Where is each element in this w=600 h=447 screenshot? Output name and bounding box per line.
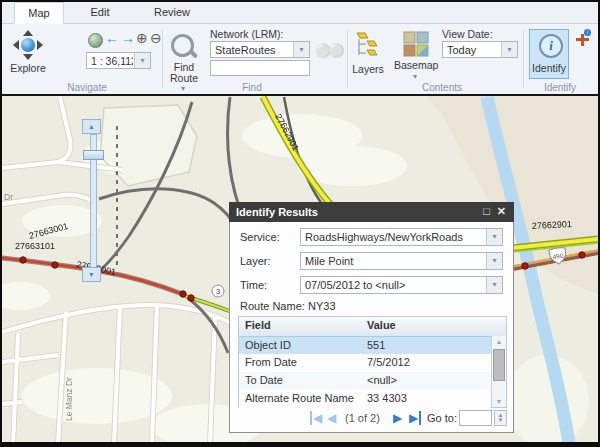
- chevron-down-icon: ▾: [486, 277, 502, 293]
- explore-arrow-left-icon: [13, 40, 19, 50]
- spinner-down-icon[interactable]: ▼: [495, 417, 506, 424]
- table-row[interactable]: To Date <null>: [239, 372, 491, 391]
- identify-route-location-icon[interactable]: i: [575, 31, 591, 47]
- group-label-contents: Contents: [387, 82, 497, 93]
- last-page-button[interactable]: ▶: [409, 411, 421, 425]
- info-badge-icon: i: [584, 29, 591, 36]
- chevron-down-icon: ▾: [413, 72, 417, 81]
- service-combobox[interactable]: RoadsHighways/NewYorkRoads ▾: [300, 228, 503, 246]
- view-date-combobox[interactable]: Today ▾: [442, 41, 518, 58]
- identify-button[interactable]: i Identify: [529, 29, 569, 79]
- network-value: StateRoutes: [215, 44, 292, 56]
- cell-value: 551: [367, 339, 385, 351]
- cell-value: 7/5/2012: [367, 356, 410, 368]
- cell-field: Object ID: [245, 339, 291, 351]
- explore-arrow-up-icon: [23, 30, 33, 36]
- chevron-down-icon: ▾: [486, 229, 502, 245]
- find-route-button[interactable]: Find Route ▾: [168, 32, 200, 84]
- network-combobox[interactable]: StateRoutes ▾: [210, 41, 310, 58]
- zoom-in-icon[interactable]: ⊕: [136, 31, 148, 45]
- svg-text:3: 3: [216, 287, 220, 296]
- tab-edit[interactable]: Edit: [64, 2, 136, 24]
- previous-page-button[interactable]: ◀: [327, 411, 336, 425]
- close-icon[interactable]: ✕: [497, 205, 506, 218]
- view-date-value: Today: [447, 44, 500, 56]
- basemap-icon: [403, 31, 429, 57]
- first-page-button[interactable]: ◀: [310, 411, 322, 425]
- layer-label: Layer:: [240, 255, 271, 267]
- table-header: Field Value: [239, 317, 506, 337]
- binoculars-icon[interactable]: ⚪⚪: [315, 43, 341, 58]
- service-value: RoadsHighways/NewYorkRoads: [305, 231, 485, 243]
- table-row-selected[interactable]: Object ID 551: [239, 336, 491, 356]
- ribbon: Map Edit Review Explore ← → ⊕ ⊖ 1 : 36,1…: [2, 2, 598, 94]
- time-combobox[interactable]: 07/05/2012 to <null> ▾: [300, 276, 503, 294]
- chevron-down-icon: ▾: [134, 53, 150, 68]
- basemap-label: Basemap: [394, 59, 438, 71]
- layer-value: Mile Point: [305, 255, 485, 267]
- chevron-down-icon: ▾: [486, 253, 502, 269]
- route-search-input[interactable]: [210, 60, 310, 76]
- group-separator: [523, 30, 524, 88]
- network-lrm-label: Network (LRM):: [210, 28, 284, 40]
- goto-spinner[interactable]: ▲ ▼: [494, 410, 507, 426]
- find-route-label: Find Route: [164, 62, 204, 84]
- header-field: Field: [245, 319, 271, 331]
- layers-icon: [352, 31, 378, 61]
- cell-field: To Date: [245, 374, 283, 386]
- table-scrollbar[interactable]: ▲ ▼: [491, 336, 506, 407]
- tab-map[interactable]: Map: [14, 2, 64, 24]
- header-value: Value: [367, 319, 396, 331]
- street-label: Le Manz Dr: [64, 377, 74, 421]
- cell-value: <null>: [367, 374, 397, 386]
- table-row[interactable]: Alternate Route Name 33 4303: [239, 390, 491, 408]
- scale-combobox[interactable]: 1 : 36,112 ▾: [86, 52, 151, 69]
- basemap-button[interactable]: Basemap ▾: [394, 31, 438, 85]
- next-extent-icon[interactable]: →: [121, 31, 135, 45]
- goto-page-input[interactable]: [459, 410, 492, 426]
- group-label-identify: Identify: [522, 82, 598, 93]
- previous-extent-icon[interactable]: ←: [105, 31, 119, 45]
- explore-arrow-down-icon: [23, 54, 33, 60]
- zoom-out-icon[interactable]: ⊖: [150, 31, 162, 45]
- group-separator: [162, 30, 163, 88]
- pagination-bar: ◀ ◀ (1 of 2) ▶ ▶ Go to: ▲ ▼: [230, 410, 513, 428]
- scroll-up-icon[interactable]: ▲: [492, 336, 506, 347]
- route-name-label: Route Name:: [240, 300, 305, 312]
- scrollbar-thumb[interactable]: [493, 349, 505, 381]
- zoom-slider-down-button[interactable]: ▼: [82, 267, 101, 282]
- route-label: 27662901: [532, 219, 573, 231]
- dialog-title-bar[interactable]: Identify Results □ ✕: [229, 202, 514, 222]
- next-page-button[interactable]: ▶: [393, 411, 402, 425]
- chevron-down-icon: ▾: [501, 42, 517, 57]
- maximize-icon[interactable]: □: [483, 205, 490, 218]
- goto-label: Go to:: [427, 412, 457, 424]
- identify-label: Identify: [530, 62, 568, 74]
- tab-bar: Map Edit Review: [2, 2, 598, 24]
- explore-button[interactable]: [13, 30, 43, 60]
- street-label: Dr: [4, 192, 13, 202]
- cell-field: Alternate Route Name: [245, 392, 354, 404]
- scroll-down-icon[interactable]: ▼: [492, 396, 506, 407]
- layer-combobox[interactable]: Mile Point ▾: [300, 252, 503, 270]
- app-window: Map Edit Review Explore ← → ⊕ ⊖ 1 : 36,1…: [0, 0, 600, 447]
- dialog-title: Identify Results: [236, 206, 318, 218]
- time-label: Time:: [240, 279, 267, 291]
- time-value: 07/05/2012 to <null>: [305, 279, 485, 291]
- service-label: Service:: [240, 231, 280, 243]
- identify-results-dialog: Identify Results □ ✕ Service: RoadsHighw…: [229, 202, 514, 433]
- attribute-table: Field Value Object ID 551 From Date 7/5/…: [238, 316, 507, 408]
- cell-field: From Date: [245, 356, 297, 368]
- tab-review[interactable]: Review: [136, 2, 208, 24]
- table-row[interactable]: From Date 7/5/2012: [239, 354, 491, 373]
- chevron-down-icon: ▾: [293, 42, 309, 57]
- explore-label: Explore: [4, 62, 52, 74]
- circle-route-shield: 3: [212, 285, 224, 297]
- layers-button[interactable]: Layers: [352, 31, 384, 77]
- full-extent-globe-icon[interactable]: [88, 33, 103, 48]
- group-separator: [347, 30, 348, 88]
- zoom-slider-up-button[interactable]: ▲: [82, 119, 101, 134]
- view-date-label: View Date:: [442, 28, 493, 40]
- zoom-slider-handle[interactable]: [83, 150, 104, 160]
- identify-info-icon: i: [539, 34, 563, 58]
